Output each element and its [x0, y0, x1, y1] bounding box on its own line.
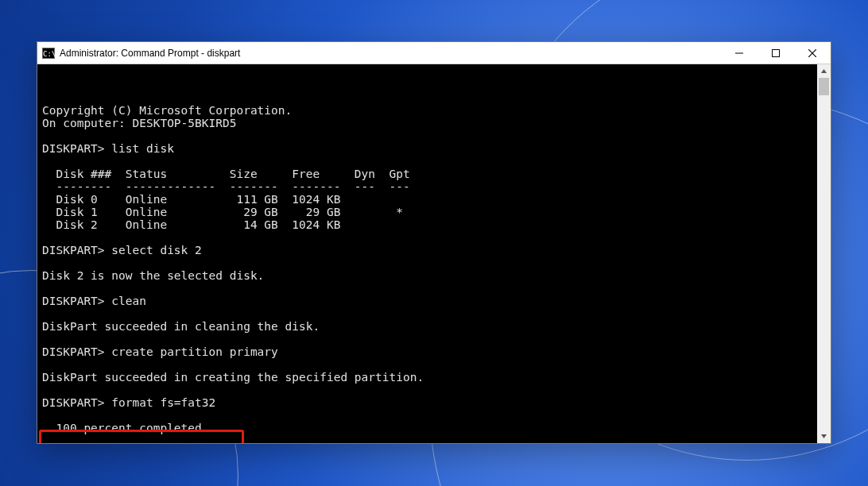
- scroll-down-button[interactable]: [817, 430, 831, 443]
- terminal-line: [42, 129, 817, 142]
- scrollbar-thumb[interactable]: [819, 78, 829, 95]
- terminal-line: 100 percent completed: [42, 422, 817, 434]
- terminal-line: DISKPART> format fs=fat32: [42, 396, 817, 409]
- cmd-icon: C:\: [42, 48, 55, 59]
- terminal-line: DiskPart succeeded in creating the speci…: [42, 371, 817, 384]
- command-prompt-window: C:\ Administrator: Command Prompt - disk…: [37, 41, 831, 444]
- terminal-output[interactable]: Copyright (C) Microsoft Corporation.On c…: [37, 64, 817, 443]
- terminal-line: DISKPART> list disk: [42, 142, 817, 155]
- minimize-button[interactable]: [721, 42, 758, 64]
- maximize-button[interactable]: [758, 42, 794, 64]
- scrollbar-track[interactable]: [817, 78, 831, 430]
- terminal-line: Copyright (C) Microsoft Corporation.: [42, 104, 817, 117]
- terminal-line: [42, 434, 817, 443]
- terminal-line: [42, 282, 817, 295]
- titlebar[interactable]: C:\ Administrator: Command Prompt - disk…: [37, 42, 831, 64]
- terminal-line: On computer: DESKTOP-5BKIRD5: [42, 117, 817, 129]
- terminal-line: DiskPart succeeded in cleaning the disk.: [42, 320, 817, 333]
- terminal-line: Disk 0 Online 111 GB 1024 KB: [42, 193, 817, 206]
- window-title: Administrator: Command Prompt - diskpart: [60, 48, 240, 59]
- terminal-line: Disk ### Status Size Free Dyn Gpt: [42, 168, 817, 180]
- terminal-line: Disk 1 Online 29 GB 29 GB *: [42, 206, 817, 218]
- terminal-line: DISKPART> clean: [42, 295, 817, 307]
- terminal-line: DISKPART> select disk 2: [42, 244, 817, 256]
- terminal-line: [42, 333, 817, 345]
- terminal-line: [42, 231, 817, 244]
- terminal-line: DISKPART> create partition primary: [42, 345, 817, 358]
- scroll-up-button[interactable]: [817, 64, 831, 78]
- client-area: Copyright (C) Microsoft Corporation.On c…: [37, 64, 831, 443]
- terminal-line: [42, 256, 817, 269]
- terminal-line: [42, 155, 817, 168]
- svg-rect-0: [735, 52, 743, 53]
- close-button[interactable]: [794, 42, 831, 64]
- terminal-line: [42, 307, 817, 320]
- terminal-line: Disk 2 is now the selected disk.: [42, 269, 817, 282]
- terminal-line: [42, 358, 817, 371]
- svg-rect-1: [773, 49, 780, 56]
- terminal-line: [42, 409, 817, 422]
- terminal-line: Disk 2 Online 14 GB 1024 KB: [42, 218, 817, 231]
- terminal-line: [42, 384, 817, 396]
- terminal-line: -------- ------------- ------- ------- -…: [42, 180, 817, 193]
- vertical-scrollbar[interactable]: [817, 64, 831, 443]
